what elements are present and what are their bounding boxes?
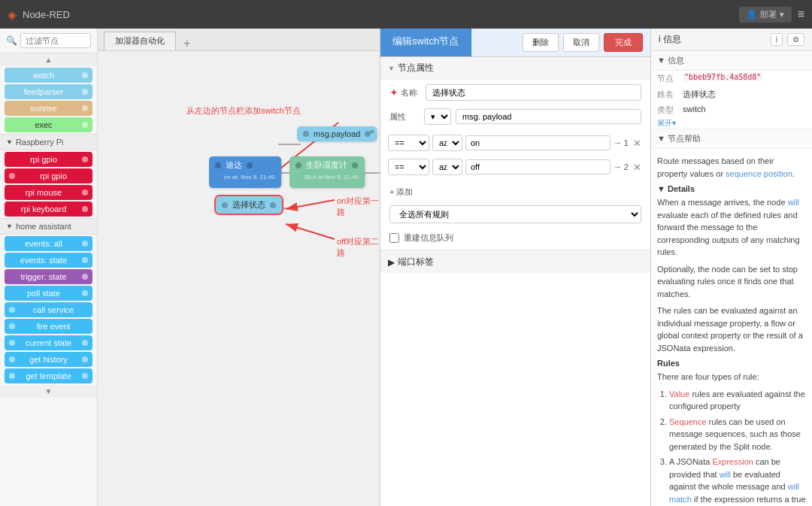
sidebar-item-poll-state[interactable]: poll state [5, 286, 92, 301]
rule-value-input-2[interactable] [465, 159, 611, 174]
flow-node-switch[interactable]: 选择状态 [216, 196, 282, 214]
info-gear-button[interactable]: ⚙ [787, 33, 804, 46]
flow-node-blower[interactable]: 迪达 on at: Nov 9, 21:40 [209, 156, 281, 188]
properties-section-header[interactable]: ▼ 节点属性 [380, 57, 650, 80]
rule-value-input-1[interactable] [465, 135, 611, 150]
info-section-header[interactable]: ▼ 信息 [651, 51, 812, 71]
port-right-icon [82, 105, 88, 111]
sidebar-item-rpi-gpio-out[interactable]: rpi gpio [5, 168, 92, 183]
rule-op-select-1[interactable]: == [388, 135, 429, 151]
add-tab-button[interactable]: + [177, 37, 196, 50]
sidebar-item-events-all[interactable]: events: all [5, 236, 92, 251]
edit-panel-header: 编辑switch节点 删除 取消 完成 [380, 29, 650, 57]
port-left-icon [9, 340, 15, 346]
port-right-icon [82, 257, 88, 263]
section-arrow-icon: ▼ [388, 65, 395, 72]
rule-item-2: Sequence rules can be used on message se… [669, 416, 806, 453]
property-label: 属性 [389, 111, 420, 123]
rule-op-select-2[interactable]: == [388, 159, 429, 175]
port-right-icon [82, 340, 88, 346]
sidebar-item-rpi-gpio-in[interactable]: rpi gpio [5, 152, 92, 167]
sidebar: 🔍 ▲ watch feedparser sunrise exec [0, 29, 98, 506]
port-right-dot [247, 162, 253, 168]
rule-item-1: Value rules are evaluated against the co… [669, 388, 806, 413]
port-right-icon [82, 189, 88, 195]
sidebar-item-rpi-keyboard[interactable]: rpi keyboard [5, 201, 92, 217]
port-left-dot [303, 131, 309, 137]
delete-button[interactable]: 删除 [523, 33, 559, 52]
sidebar-item-exec[interactable]: exec [5, 117, 92, 132]
sidebar-item-events-state[interactable]: events: state [5, 253, 92, 268]
canvas[interactable]: msg.payload ≡ msg.payload ≡ 迪达 on at: No… [98, 51, 380, 506]
port-right-icon [82, 206, 88, 212]
property-value-input[interactable] [456, 109, 641, 124]
sidebar-item-watch[interactable]: watch [5, 68, 92, 83]
sidebar-section-general: watch feedparser sunrise exec [0, 66, 97, 134]
topbar-left: ◈ Node-RED [8, 8, 70, 22]
node-menu-icon: ≡ [370, 128, 374, 135]
rule-delete-button-2[interactable]: ✕ [632, 162, 643, 173]
sidebar-item-get-history[interactable]: get history [5, 352, 92, 367]
rule-type-select-2[interactable]: az [432, 159, 462, 175]
port-left-icon [9, 307, 15, 313]
sidebar-item-sunrise[interactable]: sunrise [5, 101, 92, 116]
tab-humidifier[interactable]: 加湿器自动化 [104, 32, 176, 50]
info-row-node: 节点 "bbeb97fb.4a58d8" [651, 71, 812, 86]
name-input[interactable] [426, 84, 641, 101]
port-right-icon [82, 290, 88, 296]
sidebar-item-fire-event[interactable]: fire event [5, 319, 92, 334]
rules-container: == az → 1 ✕ == az [380, 128, 650, 182]
info-i-button[interactable]: i [771, 33, 783, 46]
sidebar-item-call-service[interactable]: call service [5, 302, 92, 317]
topbar-right: 👤 部署 ▾ ≡ [739, 7, 804, 23]
port-right-icon [82, 373, 88, 379]
flow-node-humidity-sensor[interactable]: 生卧湿度计 58.4 at Nov 9, 21:40 [289, 156, 365, 188]
info-header-icons: i ⚙ [771, 33, 804, 46]
port-tags-arrow-icon: ▶ [388, 257, 395, 268]
port-left-icon [9, 373, 15, 379]
port-right-icon [82, 89, 88, 95]
rule-delete-button-1[interactable]: ✕ [632, 138, 643, 149]
help-section-header[interactable]: ▼ 节点帮助 [651, 129, 812, 149]
port-left-dot [295, 162, 301, 168]
edit-panel: 编辑switch节点 删除 取消 完成 ▼ 节点属性 ✦ 名称 [380, 29, 650, 506]
sidebar-section-ha-header[interactable]: ▼ home assistant [0, 218, 97, 235]
port-left-dot [222, 202, 228, 208]
port-tags-header[interactable]: ▶ 端口标签 [380, 251, 650, 273]
port-right-dot [352, 162, 358, 168]
info-panel-header: i 信息 i ⚙ [651, 29, 812, 51]
annotation-2: on对应第一路 [337, 195, 380, 218]
edit-panel-actions: 删除 取消 完成 [515, 29, 650, 56]
sidebar-item-trigger-state[interactable]: trigger: state [5, 269, 92, 284]
search-icon: 🔍 [6, 35, 17, 46]
cancel-button[interactable]: 取消 [563, 33, 599, 52]
expand-link[interactable]: 展开▾ [651, 117, 682, 129]
scroll-down-button[interactable]: ▼ [30, 386, 68, 396]
info-row-name: 姓名 选择状态 [651, 86, 812, 102]
sidebar-item-feedparser[interactable]: feedparser [5, 84, 92, 99]
port-left-icon [9, 323, 15, 329]
add-rule-button[interactable]: + 添加 [380, 182, 422, 202]
port-right-icon [82, 241, 88, 247]
sidebar-item-rpi-mouse[interactable]: rpi mouse [5, 185, 92, 200]
help-details-2: Optionally, the node can be set to stop … [657, 263, 806, 301]
rule-type-select-1[interactable]: az [432, 135, 462, 151]
help-section-content: Route messages based on their property v… [651, 149, 812, 506]
rebuild-checkbox[interactable] [389, 233, 399, 243]
app-title: Node-RED [23, 9, 70, 20]
user-icon: 👤 [747, 10, 757, 20]
search-bar: 🔍 [0, 29, 97, 53]
menu-icon[interactable]: ≡ [798, 8, 804, 21]
done-button[interactable]: 完成 [604, 33, 643, 52]
flow-node-msg-payload[interactable]: msg.payload ≡ [297, 126, 377, 141]
sidebar-item-current-state[interactable]: current state [5, 335, 92, 350]
select-all-select[interactable]: 全选所有规则 [389, 205, 641, 223]
search-input[interactable] [20, 33, 91, 48]
property-type-select[interactable]: ▾ [424, 108, 451, 125]
sidebar-section-ha: events: all events: state trigger: state… [0, 235, 97, 385]
deploy-button[interactable]: 👤 部署 ▾ [739, 7, 792, 23]
scroll-up-button[interactable]: ▲ [30, 55, 68, 65]
sidebar-item-get-template[interactable]: get template [5, 368, 92, 383]
sidebar-section-raspberry-header[interactable]: ▼ Raspberry Pi [0, 134, 97, 150]
port-left-icon [9, 356, 15, 362]
